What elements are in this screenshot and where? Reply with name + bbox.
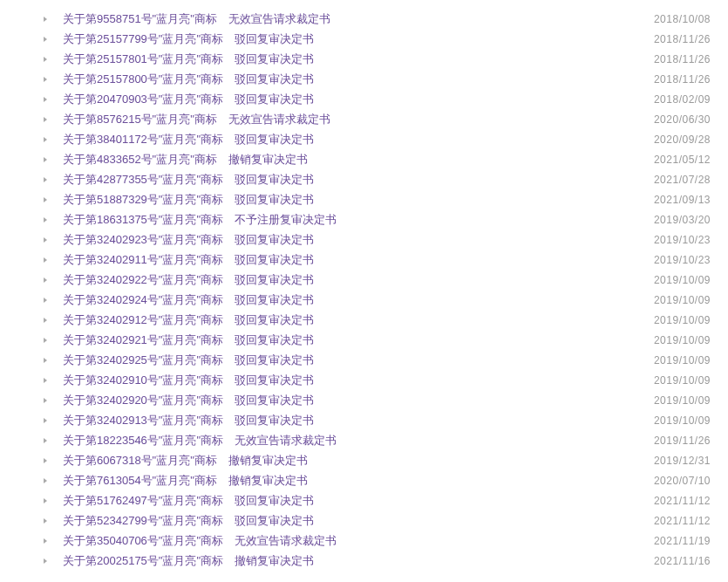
document-title-link[interactable]: 关于第6067318号"蓝月亮"商标 撤销复审决定书 <box>63 453 636 469</box>
triangle-bullet-icon <box>44 237 47 243</box>
document-date: 2018/11/26 <box>636 73 711 86</box>
document-date: 2019/10/09 <box>636 294 711 306</box>
triangle-bullet-icon <box>44 418 47 423</box>
triangle-bullet-icon <box>44 37 47 42</box>
document-title-link[interactable]: 关于第25157799号"蓝月亮"商标 驳回复审决定书 <box>63 31 636 47</box>
triangle-bullet-icon <box>44 257 47 263</box>
document-date: 2019/10/23 <box>636 234 711 246</box>
document-date: 2018/10/08 <box>636 13 711 25</box>
document-title-link[interactable]: 关于第32402912号"蓝月亮"商标 驳回复审决定书 <box>63 312 636 328</box>
document-date: 2021/09/13 <box>636 194 711 206</box>
list-item: 关于第25157799号"蓝月亮"商标 驳回复审决定书2018/11/26 <box>0 29 728 49</box>
triangle-bullet-icon <box>44 378 47 383</box>
document-date: 2021/05/12 <box>636 154 711 166</box>
triangle-bullet-icon <box>44 177 47 182</box>
document-date: 2019/12/31 <box>636 455 711 467</box>
document-title-link[interactable]: 关于第51887329号"蓝月亮"商标 驳回复审决定书 <box>63 192 636 208</box>
document-title-link[interactable]: 关于第25157801号"蓝月亮"商标 驳回复审决定书 <box>63 51 636 67</box>
document-title-link[interactable]: 关于第52342799号"蓝月亮"商标 驳回复审决定书 <box>63 513 636 529</box>
document-title-link[interactable]: 关于第18223546号"蓝月亮"商标 无效宣告请求裁定书 <box>63 433 636 448</box>
document-title-link[interactable]: 关于第9558751号"蓝月亮"商标 无效宣告请求裁定书 <box>63 11 636 27</box>
list-item: 关于第32402912号"蓝月亮"商标 驳回复审决定书2019/10/09 <box>0 310 728 330</box>
document-date: 2021/11/12 <box>636 515 711 527</box>
list-item: 关于第25157801号"蓝月亮"商标 驳回复审决定书2018/11/26 <box>0 49 728 69</box>
list-item: 关于第6067318号"蓝月亮"商标 撤销复审决定书2019/12/31 <box>0 450 728 470</box>
list-item: 关于第32402911号"蓝月亮"商标 驳回复审决定书2019/10/23 <box>0 250 728 270</box>
document-date: 2018/02/09 <box>636 93 711 106</box>
list-item: 关于第32402910号"蓝月亮"商标 驳回复审决定书2019/10/09 <box>0 370 728 390</box>
triangle-bullet-icon <box>44 458 47 463</box>
document-date: 2019/10/09 <box>636 374 711 387</box>
document-title-link[interactable]: 关于第18631375号"蓝月亮"商标 不予注册复审决定书 <box>63 212 636 228</box>
list-item: 关于第32402920号"蓝月亮"商标 驳回复审决定书2019/10/09 <box>0 390 728 410</box>
document-title-link[interactable]: 关于第25157800号"蓝月亮"商标 驳回复审决定书 <box>63 72 636 87</box>
document-title-link[interactable]: 关于第32402924号"蓝月亮"商标 驳回复审决定书 <box>63 292 636 308</box>
list-item: 关于第51887329号"蓝月亮"商标 驳回复审决定书2021/09/13 <box>0 189 728 209</box>
list-item: 关于第32402921号"蓝月亮"商标 驳回复审决定书2019/10/09 <box>0 330 728 350</box>
document-title-link[interactable]: 关于第20470903号"蓝月亮"商标 驳回复审决定书 <box>63 92 636 107</box>
triangle-bullet-icon <box>44 478 47 483</box>
document-date: 2019/10/09 <box>636 414 711 427</box>
triangle-bullet-icon <box>44 17 47 22</box>
triangle-bullet-icon <box>44 217 47 223</box>
document-date: 2020/09/28 <box>636 134 711 146</box>
list-item: 关于第20470903号"蓝月亮"商标 驳回复审决定书2018/02/09 <box>0 89 728 109</box>
document-date: 2018/11/26 <box>636 53 711 65</box>
document-title-link[interactable]: 关于第32402910号"蓝月亮"商标 驳回复审决定书 <box>63 373 636 388</box>
document-title-link[interactable]: 关于第32402911号"蓝月亮"商标 驳回复审决定书 <box>63 252 636 268</box>
document-title-link[interactable]: 关于第32402925号"蓝月亮"商标 驳回复审决定书 <box>63 353 636 368</box>
list-item: 关于第32402923号"蓝月亮"商标 驳回复审决定书2019/10/23 <box>0 229 728 250</box>
document-title-link[interactable]: 关于第32402913号"蓝月亮"商标 驳回复审决定书 <box>63 413 636 428</box>
document-title-link[interactable]: 关于第51762497号"蓝月亮"商标 驳回复审决定书 <box>63 493 636 509</box>
triangle-bullet-icon <box>44 117 47 122</box>
triangle-bullet-icon <box>44 518 47 524</box>
triangle-bullet-icon <box>44 338 47 343</box>
triangle-bullet-icon <box>44 538 47 544</box>
document-date: 2021/07/28 <box>636 174 711 186</box>
document-date: 2019/10/09 <box>636 354 711 366</box>
list-item: 关于第42877355号"蓝月亮"商标 驳回复审决定书2021/07/28 <box>0 169 728 189</box>
document-date: 2019/10/09 <box>636 334 711 346</box>
document-title-link[interactable]: 关于第32402922号"蓝月亮"商标 驳回复审决定书 <box>63 272 636 288</box>
document-date: 2019/11/26 <box>636 435 711 447</box>
triangle-bullet-icon <box>44 398 47 403</box>
document-date: 2019/10/09 <box>636 314 711 326</box>
document-title-link[interactable]: 关于第32402921号"蓝月亮"商标 驳回复审决定书 <box>63 332 636 348</box>
document-date: 2019/10/09 <box>636 274 711 286</box>
document-title-link[interactable]: 关于第38401172号"蓝月亮"商标 驳回复审决定书 <box>63 132 636 147</box>
document-title-link[interactable]: 关于第4833652号"蓝月亮"商标 撤销复审决定书 <box>63 152 636 168</box>
document-date: 2019/03/20 <box>636 214 711 226</box>
document-title-link[interactable]: 关于第32402920号"蓝月亮"商标 驳回复审决定书 <box>63 393 636 408</box>
triangle-bullet-icon <box>44 498 47 503</box>
document-date: 2020/06/30 <box>636 113 711 126</box>
triangle-bullet-icon <box>44 298 47 303</box>
document-title-link[interactable]: 关于第32402923号"蓝月亮"商标 驳回复审决定书 <box>63 232 636 248</box>
triangle-bullet-icon <box>44 558 47 564</box>
document-date: 2021/11/12 <box>636 495 711 507</box>
document-date: 2021/11/16 <box>636 555 711 567</box>
triangle-bullet-icon <box>44 97 47 102</box>
list-item: 关于第8576215号"蓝月亮"商标 无效宣告请求裁定书2020/06/30 <box>0 109 728 129</box>
triangle-bullet-icon <box>44 318 47 323</box>
list-item: 关于第51762497号"蓝月亮"商标 驳回复审决定书2021/11/12 <box>0 490 728 510</box>
document-date: 2019/10/23 <box>636 254 711 266</box>
document-list: 关于第9558751号"蓝月亮"商标 无效宣告请求裁定书2018/10/08关于… <box>0 0 728 579</box>
triangle-bullet-icon <box>44 77 47 82</box>
list-item: 关于第32402922号"蓝月亮"商标 驳回复审决定书2019/10/09 <box>0 270 728 290</box>
triangle-bullet-icon <box>44 157 47 162</box>
triangle-bullet-icon <box>44 438 47 443</box>
list-item: 关于第32402913号"蓝月亮"商标 驳回复审决定书2019/10/09 <box>0 410 728 430</box>
document-title-link[interactable]: 关于第42877355号"蓝月亮"商标 驳回复审决定书 <box>63 172 636 188</box>
list-item: 关于第32402925号"蓝月亮"商标 驳回复审决定书2019/10/09 <box>0 350 728 370</box>
document-title-link[interactable]: 关于第7613054号"蓝月亮"商标 撤销复审决定书 <box>63 473 636 489</box>
document-title-link[interactable]: 关于第8576215号"蓝月亮"商标 无效宣告请求裁定书 <box>63 112 636 127</box>
list-item: 关于第35040706号"蓝月亮"商标 无效宣告请求裁定书2021/11/19 <box>0 531 728 551</box>
list-item: 关于第52342799号"蓝月亮"商标 驳回复审决定书2021/11/12 <box>0 510 728 531</box>
document-title-link[interactable]: 关于第20025175号"蓝月亮"商标 撤销复审决定书 <box>63 553 636 569</box>
document-title-link[interactable]: 关于第35040706号"蓝月亮"商标 无效宣告请求裁定书 <box>63 533 636 549</box>
document-date: 2020/07/10 <box>636 475 711 487</box>
list-item: 关于第38401172号"蓝月亮"商标 驳回复审决定书2020/09/28 <box>0 129 728 149</box>
list-item: 关于第18223546号"蓝月亮"商标 无效宣告请求裁定书2019/11/26 <box>0 430 728 450</box>
list-item: 关于第18631375号"蓝月亮"商标 不予注册复审决定书2019/03/20 <box>0 209 728 229</box>
document-date: 2018/11/26 <box>636 33 711 45</box>
